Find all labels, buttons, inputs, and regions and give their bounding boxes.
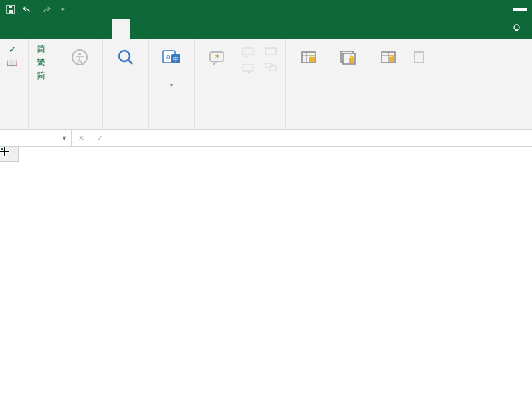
tab-developer[interactable] [149,19,168,39]
group-cjk: 简 繁 简 [29,39,57,129]
svg-text:✶: ✶ [214,52,221,61]
name-box-dropdown-icon[interactable]: ▼ [61,135,67,142]
prev-comment-icon[interactable] [241,47,256,61]
smart-lookup-icon [115,47,136,68]
trad-icon: 简 [35,44,46,55]
spelling-button[interactable]: ✓ [7,44,21,55]
bulb-icon [512,23,521,35]
group-protect [286,39,434,129]
simp-icon: 繁 [35,57,46,68]
svg-rect-26 [349,58,354,63]
tab-review[interactable] [112,19,130,39]
svg-line-8 [128,60,132,64]
group-proofing: ✓ 📖 [0,39,29,129]
group-accessibility [57,39,103,129]
svg-text:中: 中 [173,56,179,63]
svg-rect-15 [243,48,253,55]
svg-point-7 [119,51,130,61]
group-comments: ✶ [195,39,286,129]
svg-rect-31 [414,52,424,63]
check-accessibility-button[interactable] [61,41,98,82]
svg-rect-4 [515,30,518,31]
protect-sheet-button[interactable] [290,41,327,82]
tab-help[interactable] [168,19,186,39]
protect-workbook-icon [338,47,359,68]
tab-page-layout[interactable] [56,19,74,39]
protect-workbook-button[interactable] [330,41,367,82]
svg-rect-23 [309,57,315,62]
group-language: a中 ▾ [149,39,195,129]
share-icon [409,47,430,68]
redo-icon[interactable] [40,4,51,15]
name-box[interactable]: ▼ [0,130,72,146]
tab-special[interactable] [186,19,205,39]
svg-rect-2 [9,6,12,8]
new-comment-button[interactable]: ✶ [199,41,236,73]
svg-rect-1 [9,10,13,13]
translate-icon: a中 [161,47,182,68]
group-insights [103,39,149,129]
spelling-icon: ✓ [7,44,17,55]
next-comment-icon[interactable] [241,63,256,77]
ribbon-tabs [0,19,532,39]
svg-rect-30 [389,57,394,62]
svg-point-3 [514,25,519,30]
tab-file[interactable] [0,19,19,39]
protect-sheet-icon [298,47,319,68]
formula-bar: ▼ ✕ ✓ [0,130,532,147]
ribbon: ✓ 📖 简 繁 简 [0,39,532,130]
tell-me[interactable] [505,19,532,39]
allow-edit-ranges-button[interactable] [370,41,407,82]
select-all-corner[interactable] [0,147,19,162]
save-icon[interactable] [5,4,16,15]
undo-icon[interactable] [23,4,33,15]
tab-data[interactable] [93,19,112,39]
simp-to-trad-button[interactable]: 繁 [35,57,50,68]
smart-lookup-button[interactable] [107,41,144,82]
tab-home[interactable] [19,19,37,39]
new-comment-icon: ✶ [207,47,228,68]
svg-text:a: a [166,53,170,61]
show-comment-icon[interactable] [264,47,279,59]
login-button[interactable] [513,8,527,11]
spreadsheet-grid[interactable] [0,147,532,399]
svg-point-6 [78,53,81,55]
cjk-convert-button[interactable]: 简 [35,70,50,81]
tab-insert[interactable] [37,19,56,39]
tab-view[interactable] [130,19,149,39]
cancel-icon[interactable]: ✕ [72,133,90,143]
svg-rect-16 [243,65,253,71]
svg-rect-17 [265,48,276,55]
show-all-comments-icon[interactable] [264,62,279,74]
tab-formulas[interactable] [74,19,93,39]
qat-customize-icon[interactable]: ▾ [57,4,68,15]
trad-to-simp-button[interactable]: 简 [35,44,50,55]
formula-input[interactable] [128,130,532,146]
title-bar: ▾ [0,0,532,19]
quick-access-toolbar: ▾ [0,4,73,15]
thesaurus-button[interactable]: 📖 [7,57,21,68]
thesaurus-icon: 📖 [7,57,17,68]
accessibility-icon [69,47,90,68]
convert-icon: 简 [35,70,46,81]
translate-button[interactable]: a中 ▾ [153,41,190,93]
allow-ranges-icon [378,47,399,68]
share-workbook-button[interactable] [410,41,430,73]
enter-icon[interactable]: ✓ [90,133,109,143]
